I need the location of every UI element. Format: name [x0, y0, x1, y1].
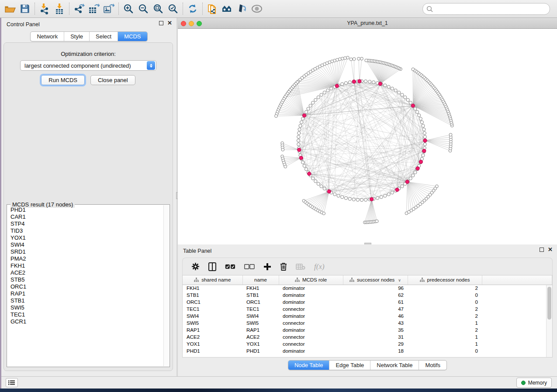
table-panel-title: Table Panel	[183, 248, 211, 254]
gear-icon[interactable]	[191, 262, 200, 271]
criterion-value: largest connected component (undirected)	[21, 62, 147, 69]
tab-mcds[interactable]: MCDS	[118, 32, 147, 41]
zoom-out-icon[interactable]	[136, 2, 151, 16]
table-row[interactable]: YOX1YOX1connector291	[183, 340, 552, 347]
tab-select[interactable]: Select	[90, 32, 118, 41]
table-row[interactable]: STB1STB1dominator620	[183, 292, 552, 299]
column-header-name[interactable]: name	[242, 275, 279, 285]
mcds-result-item[interactable]: RAP1	[10, 290, 163, 297]
control-panel: Control Panel ✕ NetworkStyleSelectMCDS O…	[1, 18, 176, 376]
clone-network-icon[interactable]	[205, 2, 220, 16]
run-mcds-button[interactable]: Run MCDS	[41, 75, 85, 85]
search-icon	[426, 6, 433, 13]
table-scrollbar[interactable]	[546, 285, 552, 357]
mcds-result-item[interactable]: STP4	[10, 220, 163, 227]
control-panel-tabs: NetworkStyleSelectMCDS	[1, 31, 176, 41]
table-row[interactable]: TEC1TEC1connector472	[183, 306, 552, 313]
mcds-result-item[interactable]: GCR1	[10, 318, 163, 325]
toolbar-separator	[118, 3, 119, 15]
network-titlebar[interactable]: YPA_prune.txt_1	[178, 18, 557, 29]
mcds-result-item[interactable]: ORC1	[10, 283, 163, 290]
desktop-background	[0, 389, 557, 392]
mcds-result-item[interactable]: PMA2	[10, 255, 163, 262]
float-panel-icon[interactable]	[540, 248, 544, 252]
tab-edge-table[interactable]: Edge Table	[329, 361, 370, 370]
column-header-shared-name[interactable]: shared name	[183, 275, 242, 285]
tab-style[interactable]: Style	[64, 32, 90, 41]
table-row[interactable]: SWI5SWI5connector431	[183, 320, 552, 327]
zoom-in-icon[interactable]	[121, 2, 136, 16]
toolbar-separator	[35, 3, 35, 15]
list-icon	[8, 380, 15, 385]
column-header-successor-nodes[interactable]: successor nodes∨	[343, 275, 408, 285]
refresh-icon[interactable]	[185, 2, 200, 16]
split-columns-icon[interactable]	[208, 262, 216, 271]
export-network-icon[interactable]	[72, 2, 86, 16]
table-toolbar: f(x)	[182, 258, 553, 275]
mcds-list-scrollbar[interactable]	[163, 205, 169, 366]
delete-table-icon[interactable]	[296, 264, 305, 270]
function-builder-icon[interactable]: f(x)	[314, 262, 325, 271]
mcds-result-item[interactable]: TID3	[10, 227, 163, 234]
tab-network[interactable]: Network	[31, 32, 64, 41]
table-scrollbar-thumb[interactable]	[547, 287, 551, 320]
add-column-icon[interactable]	[263, 263, 271, 271]
table-row[interactable]: PHD1PHD1dominator180	[183, 347, 552, 354]
mcds-result-item[interactable]: PHD1	[10, 206, 163, 213]
zoom-fit-icon[interactable]	[151, 2, 166, 16]
status-bar: Memory	[1, 376, 557, 389]
table-row[interactable]: SWI4SWI4dominator462	[183, 313, 552, 320]
mcds-result-item[interactable]: ACE2	[10, 269, 163, 276]
close-panel-button[interactable]: Close panel	[90, 75, 135, 85]
show-graphics-icon[interactable]	[249, 2, 264, 16]
network-title: YPA_prune.txt_1	[178, 20, 557, 26]
mcds-result-item[interactable]: FKH1	[10, 262, 163, 269]
memory-status-icon	[521, 381, 526, 385]
hide-graphics-icon[interactable]	[235, 2, 249, 16]
table-row[interactable]: ACE2ACE2connector311	[183, 334, 552, 340]
tab-node-table[interactable]: Node Table	[288, 361, 330, 370]
table-row[interactable]: FKH1FKH1dominator962	[183, 285, 552, 292]
mcds-result-item[interactable]: STB1	[10, 297, 163, 304]
table-row[interactable]: ORC1ORC1dominator610	[183, 299, 552, 306]
table-row[interactable]: RAP1RAP1dominator352	[183, 327, 552, 334]
open-file-icon[interactable]	[3, 2, 17, 16]
export-image-icon[interactable]	[101, 2, 116, 16]
deselect-all-icon[interactable]	[244, 264, 255, 269]
mcds-result-item[interactable]: STB5	[10, 276, 163, 283]
close-panel-icon[interactable]: ✕	[548, 248, 553, 252]
toolbar-separator	[202, 3, 203, 15]
search-input[interactable]	[433, 4, 550, 14]
mcds-result-item[interactable]: TEC1	[10, 311, 163, 318]
search-network-icon[interactable]	[220, 2, 235, 16]
mcds-result-list[interactable]: PHD1CAR1STP4TID3YOX1SWI4SRD1PMA2FKH1ACE2…	[7, 205, 163, 366]
tab-network-table[interactable]: Network Table	[370, 361, 419, 370]
control-panel-header: Control Panel ✕	[1, 18, 176, 30]
mcds-result-item[interactable]: YOX1	[10, 234, 163, 241]
cytoscape-app: Control Panel ✕ NetworkStyleSelectMCDS O…	[0, 0, 557, 392]
mcds-result-item[interactable]: SWI5	[10, 304, 163, 311]
mcds-result-item[interactable]: SWI4	[10, 241, 163, 248]
search-box[interactable]	[422, 3, 550, 15]
import-network-icon[interactable]	[37, 2, 52, 16]
network-canvas[interactable]	[178, 29, 557, 244]
mcds-result-item[interactable]: CAR1	[10, 213, 163, 220]
import-table-icon[interactable]	[52, 2, 67, 16]
export-table-icon[interactable]	[86, 2, 101, 16]
column-header-MCDS-role[interactable]: MCDS role	[279, 275, 343, 285]
zoom-selected-icon[interactable]	[166, 2, 180, 16]
node-table[interactable]: shared namenameMCDS rolesuccessor nodes∨…	[182, 275, 553, 358]
memory-button[interactable]: Memory	[516, 378, 552, 388]
mcds-panel: Optimization criterion: largest connecte…	[3, 42, 173, 371]
tab-motifs[interactable]: Motifs	[419, 361, 446, 370]
criterion-dropdown[interactable]: largest connected component (undirected)	[20, 60, 156, 71]
float-panel-icon[interactable]	[159, 21, 163, 25]
close-panel-icon[interactable]: ✕	[167, 21, 172, 25]
toolbar-separator	[183, 3, 183, 15]
select-all-icon[interactable]	[225, 264, 235, 269]
delete-icon[interactable]	[280, 262, 287, 271]
mcds-result-item[interactable]: SRD1	[10, 248, 163, 255]
column-header-predecessor-nodes[interactable]: predecessor nodes	[408, 275, 482, 285]
save-icon[interactable]	[17, 2, 32, 16]
task-history-button[interactable]	[6, 378, 18, 387]
